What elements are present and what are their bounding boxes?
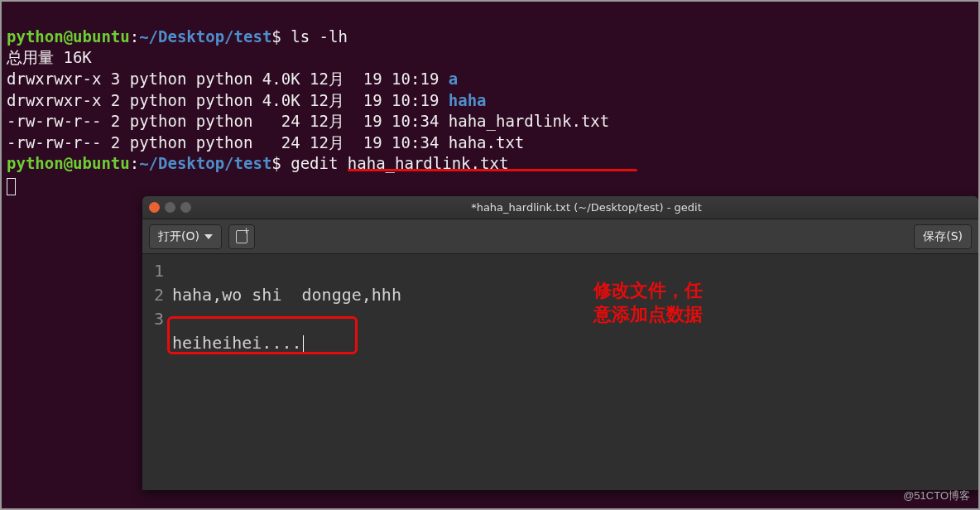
highlight-box (167, 316, 358, 354)
line-number: 1 (154, 261, 164, 281)
terminal-cursor (7, 178, 16, 195)
ls-row-perm: -rw-rw-r-- 2 python python 24 12月 19 10:… (7, 112, 449, 130)
save-button[interactable]: 保存(S) (914, 224, 972, 249)
save-label: 保存(S) (923, 229, 963, 244)
ls-row-name: haha (449, 91, 487, 109)
chevron-down-icon (204, 234, 213, 239)
toolbar: 打开(O) 保存(S) (142, 219, 978, 254)
close-icon[interactable] (149, 202, 160, 213)
line-gutter: 1 2 3 (142, 254, 169, 490)
ls-row-perm: -rw-rw-r-- 2 python python 24 12月 19 10:… (7, 133, 449, 152)
prompt-dollar: $ (271, 27, 281, 46)
window-title: *haha_hardlink.txt (~/Desktop/test) - ge… (201, 201, 972, 214)
minimize-icon[interactable] (165, 202, 175, 213)
editor-line: haha,wo shi dongge,hhh (172, 285, 401, 305)
ls-row-name: haha.txt (449, 133, 525, 152)
underline-annotation (348, 169, 637, 171)
prompt-user: python@ubuntu (7, 154, 130, 172)
watermark: @51CTO博客 (903, 488, 970, 503)
prompt-path: ~/Desktop/test (139, 27, 271, 46)
prompt-path: ~/Desktop/test (139, 154, 271, 172)
titlebar[interactable]: *haha_hardlink.txt (~/Desktop/test) - ge… (142, 196, 978, 219)
prompt-colon: : (130, 154, 139, 172)
ls-total: 总用量 16K (7, 48, 92, 66)
ls-row-name: haha_hardlink.txt (449, 112, 609, 130)
prompt-user: python@ubuntu (7, 27, 130, 46)
window-controls (149, 202, 191, 213)
ls-row-name: a (449, 70, 458, 88)
annotation-text: 修改文件，任 意添加点数据 (593, 279, 703, 326)
editor-area[interactable]: 1 2 3 haha,wo shi dongge,hhh heiheihei..… (142, 254, 978, 490)
maximize-icon[interactable] (180, 202, 191, 213)
open-label: 打开(O) (158, 229, 199, 244)
ls-row-perm: drwxrwxr-x 2 python python 4.0K 12月 19 1… (7, 91, 449, 109)
prompt-dollar: $ (271, 154, 281, 172)
ls-row-perm: drwxrwxr-x 3 python python 4.0K 12月 19 1… (7, 70, 449, 88)
command-ls: ls -lh (281, 27, 348, 46)
prompt-colon: : (130, 27, 139, 46)
new-file-button[interactable] (228, 224, 255, 249)
editor-content[interactable]: haha,wo shi dongge,hhh heiheihei.... (169, 254, 978, 490)
new-file-icon (236, 230, 247, 243)
open-button[interactable]: 打开(O) (149, 224, 222, 249)
line-number: 3 (154, 309, 164, 329)
line-number: 2 (154, 285, 164, 305)
